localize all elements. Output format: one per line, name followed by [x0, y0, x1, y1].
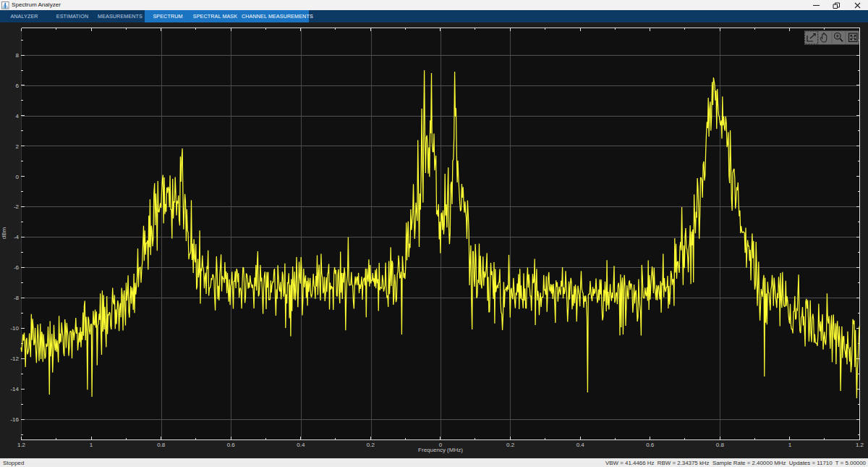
svg-text:0: 0 — [16, 174, 20, 180]
svg-text:-6: -6 — [14, 264, 20, 271]
svg-text:0.2: 0.2 — [367, 442, 375, 448]
svg-text:4: 4 — [16, 113, 20, 119]
svg-text:0.4: 0.4 — [297, 442, 305, 448]
svg-text:Frequency (MHz): Frequency (MHz) — [418, 447, 463, 453]
svg-text:-14: -14 — [10, 386, 19, 392]
svg-text:1: 1 — [90, 442, 93, 448]
svg-text:0.8: 0.8 — [716, 442, 725, 448]
svg-text:2: 2 — [16, 143, 20, 150]
svg-text:0.8: 0.8 — [157, 442, 166, 448]
svg-text:-8: -8 — [14, 295, 20, 301]
svg-text:0.2: 0.2 — [506, 442, 515, 448]
svg-text:0.6: 0.6 — [646, 442, 655, 448]
svg-text:-16: -16 — [10, 416, 19, 423]
svg-text:6: 6 — [16, 83, 20, 89]
svg-text:8: 8 — [16, 52, 20, 59]
svg-text:dBm: dBm — [1, 227, 7, 239]
svg-text:-12: -12 — [10, 355, 19, 362]
svg-text:1: 1 — [788, 442, 792, 448]
svg-text:-2: -2 — [14, 203, 20, 210]
svg-text:0.4: 0.4 — [576, 442, 585, 448]
svg-text:0.6: 0.6 — [227, 442, 236, 448]
svg-text:-4: -4 — [14, 234, 20, 240]
svg-text:1.2: 1.2 — [17, 442, 26, 448]
svg-text:1.2: 1.2 — [856, 442, 864, 448]
svg-text:-10: -10 — [10, 325, 19, 332]
